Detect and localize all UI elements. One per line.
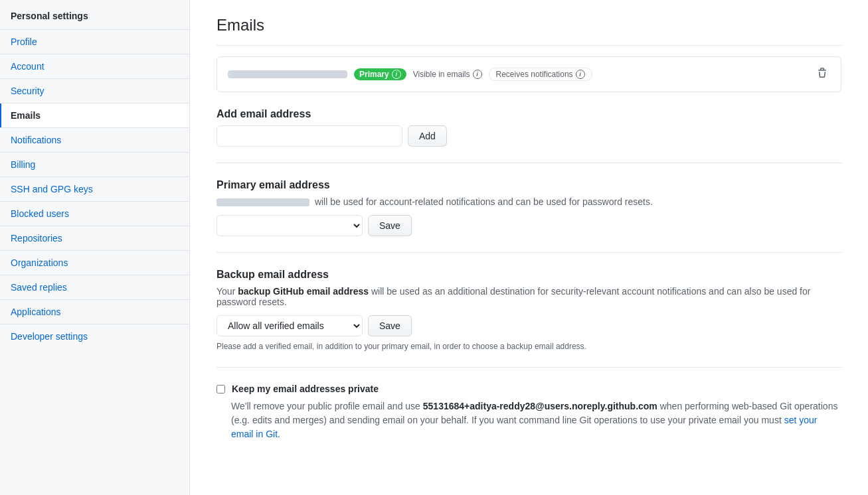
sidebar-link-ssh-gpg[interactable]: SSH and GPG keys [0, 177, 189, 201]
badge-primary: Primary i [354, 68, 406, 80]
email-address-blurred [228, 70, 347, 78]
primary-email-form-row: Save [217, 215, 841, 236]
keep-private-label[interactable]: Keep my email addresses private [232, 384, 379, 394]
sidebar-link-applications[interactable]: Applications [0, 300, 189, 324]
keep-private-row: Keep my email addresses private [217, 384, 841, 394]
keep-private-desc: We'll remove your public profile email a… [231, 399, 841, 441]
keep-private-section: Keep my email addresses private We'll re… [217, 384, 841, 441]
add-email-form-row: Add [217, 125, 841, 147]
backup-email-select[interactable]: Allow all verified emails [217, 315, 363, 336]
primary-info-icon[interactable]: i [392, 70, 401, 79]
primary-email-section: Primary email address will be used for a… [217, 179, 841, 253]
backup-email-form-row: Allow all verified emails Save [217, 315, 841, 336]
add-email-title: Add email address [217, 108, 841, 120]
sidebar-link-saved-replies[interactable]: Saved replies [0, 275, 189, 299]
primary-email-blurred [217, 198, 309, 206]
sidebar-item-applications[interactable]: Applications [0, 299, 189, 324]
sidebar-item-saved-replies[interactable]: Saved replies [0, 275, 189, 299]
email-row-card: Primary i Visible in emails i Receives n… [217, 56, 841, 92]
add-email-input[interactable] [217, 125, 402, 147]
sidebar-link-security[interactable]: Security [0, 79, 189, 103]
sidebar-item-blocked-users[interactable]: Blocked users [0, 201, 189, 226]
sidebar-item-security[interactable]: Security [0, 78, 189, 103]
sidebar-header: Personal settings [0, 0, 189, 29]
sidebar: Personal settings ProfileAccountSecurity… [0, 0, 190, 495]
primary-email-desc: will be used for account-related notific… [217, 196, 841, 207]
add-email-button[interactable]: Add [408, 125, 447, 147]
sidebar-link-blocked-users[interactable]: Blocked users [0, 202, 189, 226]
sidebar-item-developer-settings[interactable]: Developer settings [0, 324, 189, 348]
notifications-info-icon[interactable]: i [576, 70, 585, 79]
backup-email-title: Backup email address [217, 269, 841, 281]
sidebar-link-account[interactable]: Account [0, 54, 189, 78]
sidebar-link-notifications[interactable]: Notifications [0, 128, 189, 152]
sidebar-link-emails[interactable]: Emails [0, 104, 189, 127]
sidebar-link-billing[interactable]: Billing [0, 153, 189, 177]
sidebar-link-organizations[interactable]: Organizations [0, 251, 189, 275]
primary-email-save-button[interactable]: Save [368, 215, 412, 236]
sidebar-item-account[interactable]: Account [0, 54, 189, 78]
sidebar-item-repositories[interactable]: Repositories [0, 226, 189, 250]
sidebar-item-billing[interactable]: Billing [0, 152, 189, 177]
sidebar-link-profile[interactable]: Profile [0, 30, 189, 54]
sidebar-item-ssh-gpg[interactable]: SSH and GPG keys [0, 177, 189, 201]
backup-email-section: Backup email address Your backup GitHub … [217, 269, 841, 368]
page-title: Emails [217, 16, 841, 46]
backup-email-save-button[interactable]: Save [368, 315, 412, 336]
visible-info-icon[interactable]: i [473, 70, 482, 79]
main-content: Emails Primary i Visible in emails i Rec… [190, 0, 868, 495]
delete-email-icon[interactable] [814, 65, 830, 84]
keep-private-checkbox[interactable] [217, 385, 225, 393]
add-email-section: Add email address Add [217, 108, 841, 163]
backup-email-hint: Please add a verified email, in addition… [217, 342, 841, 351]
sidebar-nav: ProfileAccountSecurityEmailsNotification… [0, 29, 189, 324]
backup-email-desc: Your backup GitHub email address will be… [217, 286, 841, 307]
sidebar-item-emails[interactable]: Emails [0, 103, 189, 127]
badge-visible-in-emails: Visible in emails i [413, 70, 482, 79]
sidebar-item-profile[interactable]: Profile [0, 29, 189, 54]
primary-email-select[interactable] [217, 215, 363, 236]
sidebar-item-organizations[interactable]: Organizations [0, 250, 189, 275]
primary-email-title: Primary email address [217, 179, 841, 191]
sidebar-link-repositories[interactable]: Repositories [0, 226, 189, 250]
sidebar-footer[interactable]: Developer settings [0, 324, 189, 348]
badge-receives-notifications: Receives notifications i [489, 68, 592, 81]
sidebar-item-notifications[interactable]: Notifications [0, 127, 189, 152]
